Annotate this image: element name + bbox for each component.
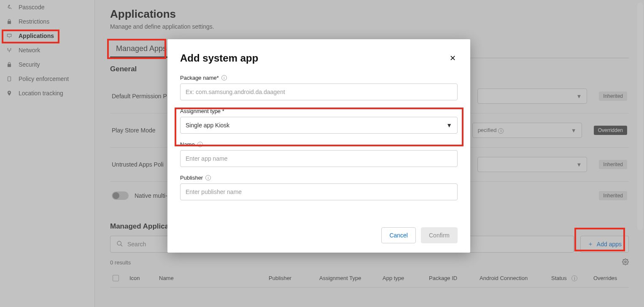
package-name-input[interactable] [180,83,458,100]
close-icon[interactable]: ✕ [448,52,458,65]
field-package-name: Package name* i [180,75,458,100]
add-system-app-modal: Add system app ✕ Package name* i Assignm… [167,39,470,253]
field-label-text: Assignment type * [180,108,224,114]
field-label-text: Name [180,141,195,148]
info-icon: i [197,142,203,147]
field-label-text: Package name* [180,75,219,81]
assignment-type-select[interactable]: Single app Kiosk ▼ [180,117,458,134]
assignment-type-value: Single app Kiosk [186,122,229,129]
modal-title: Add system app [180,52,258,64]
app-name-input[interactable] [180,150,458,167]
field-assignment-type: Assignment type * Single app Kiosk ▼ [180,108,458,134]
field-name: Name i [180,141,458,167]
cancel-button[interactable]: Cancel [381,227,416,243]
publisher-input[interactable] [180,183,458,200]
scrollbar-thumb[interactable] [637,3,643,230]
chevron-down-icon: ▼ [446,122,452,129]
field-label-text: Publisher [180,175,203,181]
info-icon: i [205,175,211,180]
info-icon: i [221,75,227,81]
field-publisher: Publisher i [180,175,458,200]
confirm-button[interactable]: Confirm [421,227,458,243]
